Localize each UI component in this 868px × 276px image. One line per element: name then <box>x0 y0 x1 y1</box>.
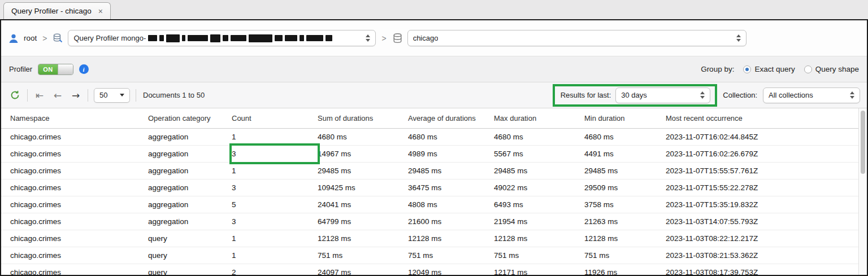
column-header[interactable]: Count <box>232 114 318 122</box>
table-row[interactable]: chicago.crimesquery1751 ms751 ms751 ms75… <box>1 247 867 264</box>
table-cell: 1 <box>232 129 318 145</box>
close-icon[interactable]: × <box>98 7 103 15</box>
table-cell: 2023-11-03T08:22:12.217Z <box>666 230 867 247</box>
table-cell: 1 <box>232 230 318 247</box>
table-cell: 1 <box>232 247 318 264</box>
chevron-updown-icon <box>361 34 370 42</box>
profiler-connection-value: Query Profiler mongo- <box>73 34 146 42</box>
tab-query-profiler[interactable]: Query Profiler - chicago × <box>3 2 111 19</box>
page-size-select[interactable]: 50 <box>94 88 130 103</box>
table-cell: 64799 ms <box>318 213 408 230</box>
table-cell: 751 ms <box>584 247 666 264</box>
table-cell: 4680 ms <box>408 129 494 145</box>
table-cell: 1 <box>232 163 318 179</box>
table-cell: 751 ms <box>408 247 494 264</box>
info-icon[interactable]: i <box>79 64 89 74</box>
table-cell: 3758 ms <box>584 196 666 213</box>
query-profiler-panel: root > Query Profiler mongo- > <box>0 19 868 276</box>
table-header-row: NamespaceOperation categoryCountSum of d… <box>1 108 867 129</box>
table-cell: 4491 ms <box>584 146 666 162</box>
chevron-updown-icon <box>696 91 705 99</box>
table-cell: 12128 ms <box>494 230 584 247</box>
table-row[interactable]: chicago.crimesaggregation314967 ms4989 m… <box>1 146 867 163</box>
profiler-label: Profiler <box>9 65 32 73</box>
user-icon <box>8 33 19 44</box>
column-header[interactable]: Min duration <box>584 114 666 122</box>
table-cell: aggregation <box>148 163 232 179</box>
results-toolbar: ⇤ ← → 50 Documents 1 to 50 Results for l… <box>1 82 867 108</box>
profiler-toggle-bar: Profiler ON i Group by: Exact query Quer… <box>1 56 867 82</box>
table-row[interactable]: chicago.crimesaggregation364799 ms21600 … <box>1 213 867 230</box>
table-cell: 36475 ms <box>408 179 494 196</box>
table-cell: 3 <box>232 146 318 162</box>
table-cell: aggregation <box>148 146 232 162</box>
radio-query-shape[interactable]: Query shape <box>804 65 859 73</box>
table-cell: 12171 ms <box>494 264 584 275</box>
database-icon <box>392 33 403 43</box>
results-period-select[interactable]: 30 days <box>615 87 710 103</box>
first-page-icon[interactable]: ⇤ <box>33 90 46 101</box>
table-cell: 4808 ms <box>408 196 494 213</box>
table-cell: 6493 ms <box>494 196 584 213</box>
table-cell: 751 ms <box>318 247 408 264</box>
prev-page-icon[interactable]: ← <box>51 90 64 101</box>
tab-bar: Query Profiler - chicago × <box>0 0 868 19</box>
toggle-knob[interactable] <box>58 64 73 75</box>
radio-selected-icon[interactable] <box>743 65 751 73</box>
table-cell: chicago.crimes <box>1 179 148 196</box>
table-row[interactable]: chicago.crimesaggregation129485 ms29485 … <box>1 163 867 179</box>
column-header[interactable]: Namespace <box>1 114 148 122</box>
scrollbar[interactable] <box>858 108 867 275</box>
connection-icon <box>53 33 63 43</box>
table-cell: chicago.crimes <box>1 163 148 179</box>
table-row[interactable]: chicago.crimesaggregation14680 ms4680 ms… <box>1 129 867 146</box>
column-header[interactable]: Average of durations <box>408 114 494 122</box>
table-cell: 29485 ms <box>584 163 666 179</box>
refresh-icon[interactable] <box>8 89 21 102</box>
radio-exact-query[interactable]: Exact query <box>743 65 795 73</box>
table-row[interactable]: chicago.crimesaggregation524041 ms4808 m… <box>1 196 867 213</box>
table-cell: chicago.crimes <box>1 264 148 275</box>
query-profiler-window: Query Profiler - chicago × root > Query … <box>0 0 868 276</box>
group-by-controls: Group by: Exact query Query shape <box>701 65 859 73</box>
table-cell: 3 <box>232 179 318 196</box>
breadcrumb-separator: > <box>41 34 48 43</box>
table-cell: 29485 ms <box>408 163 494 179</box>
database-select[interactable]: chicago <box>407 30 747 46</box>
profiler-toggle[interactable]: ON <box>38 64 73 75</box>
collection-label: Collection: <box>723 91 757 99</box>
table-cell: query <box>148 264 232 275</box>
table-row[interactable]: chicago.crimesaggregation3109425 ms36475… <box>1 179 867 196</box>
column-header[interactable]: Sum of durations <box>318 114 408 122</box>
table-cell: 14967 ms <box>318 146 408 162</box>
table-cell: 29509 ms <box>584 179 666 196</box>
breadcrumb-separator: > <box>380 34 387 43</box>
table-cell: 12049 ms <box>408 264 494 275</box>
column-header[interactable]: Operation category <box>148 114 232 122</box>
table-row[interactable]: chicago.crimesquery224097 ms12049 ms1217… <box>1 264 867 275</box>
table-cell: 12128 ms <box>318 230 408 247</box>
column-header[interactable]: Max duration <box>494 114 584 122</box>
table-cell: 11926 ms <box>584 264 666 275</box>
scrollbar-thumb[interactable] <box>861 111 865 174</box>
table-row[interactable]: chicago.crimesquery112128 ms12128 ms1212… <box>1 230 867 247</box>
table-cell: query <box>148 230 232 247</box>
table-cell: 24041 ms <box>318 196 408 213</box>
toggle-on-label: ON <box>38 64 57 75</box>
table-cell: 2 <box>232 264 318 275</box>
collection-select[interactable]: All collections <box>763 87 860 103</box>
table-cell: 4680 ms <box>584 129 666 145</box>
chevron-updown-icon <box>732 34 741 42</box>
table-cell: 5 <box>232 196 318 213</box>
table-cell: 109425 ms <box>318 179 408 196</box>
results-period-value: 30 days <box>621 91 647 99</box>
column-header[interactable]: Most recent occurrence <box>666 114 867 122</box>
radio-unselected-icon[interactable] <box>804 65 812 73</box>
profiler-connection-select[interactable]: Query Profiler mongo- <box>68 30 376 46</box>
next-page-icon[interactable]: → <box>70 90 82 101</box>
table-cell: 5567 ms <box>494 146 584 162</box>
table-cell: 3 <box>232 213 318 230</box>
table-cell: chicago.crimes <box>1 146 148 162</box>
table-cell: 24097 ms <box>318 264 408 275</box>
table-cell: query <box>148 247 232 264</box>
